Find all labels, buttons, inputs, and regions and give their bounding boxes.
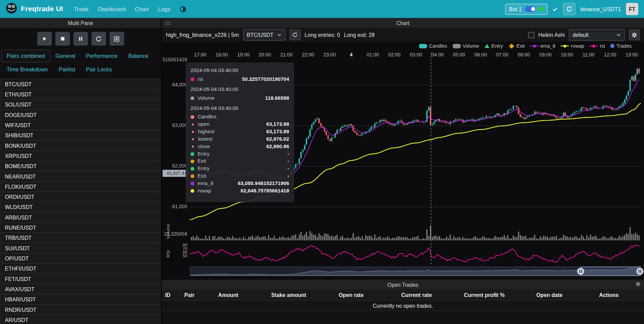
bot-toggle[interactable] (525, 6, 536, 12)
pair-row[interactable]: FLOKI/USDT (0, 181, 160, 192)
pair-row[interactable]: BONK/USDT (0, 140, 160, 151)
pair-row[interactable]: ETHFI/USDT (0, 263, 160, 274)
pair-row[interactable]: NEAR/USDT (0, 171, 160, 182)
nav-trade[interactable]: Trade (74, 6, 89, 12)
pair-row[interactable]: ARB/USDT (0, 212, 160, 223)
chevron-down-icon (277, 32, 282, 38)
pair-row[interactable]: BOME/USDT (0, 161, 160, 171)
pair-row[interactable]: WLD/USDT (0, 202, 160, 213)
bot-selector[interactable]: Bot 1 (505, 3, 547, 15)
tab-pairlist[interactable]: Pairlist (53, 63, 81, 76)
nav-chart[interactable]: Chart (135, 6, 149, 12)
pair-row[interactable]: SOL/USDT (0, 99, 160, 110)
open-trades-filler (162, 311, 644, 324)
pair-row[interactable]: AVAX/USDT (0, 284, 160, 295)
pair-select-value: BTC/USDT (247, 32, 274, 38)
pair-row[interactable]: RNDR/USDT (0, 304, 160, 315)
col-open-date: Open date (533, 292, 596, 298)
pair-row[interactable]: FET/USDT (0, 274, 160, 284)
open-trades-header: Open Trades (162, 280, 644, 290)
col-id: ID (162, 292, 181, 298)
legend-exit[interactable]: Exit (508, 43, 525, 49)
legend-rvwap[interactable]: rvwap (561, 43, 584, 49)
nav-dashboard[interactable]: Dashboard (98, 6, 126, 12)
theme-toggle-icon[interactable] (179, 5, 187, 13)
force-exit-all-button[interactable] (109, 32, 124, 46)
tab-performance[interactable]: Performance (81, 50, 123, 63)
col-stake-amount: Stake amount (268, 292, 335, 298)
multi-pane-header: Multi Pane (0, 18, 161, 28)
sidebar-tabs: Pairs combined General Performance Balan… (0, 49, 161, 77)
drag-grip-icon[interactable] (165, 20, 171, 26)
freqtrade-logo-icon (6, 2, 17, 16)
heikin-ashi-checkbox[interactable] (528, 32, 534, 38)
chart-pane-title: Chart (396, 20, 410, 26)
pair-row[interactable]: BTC/USDT (0, 79, 160, 90)
legend-rsi[interactable]: rsi (589, 43, 605, 49)
tab-pair-locks[interactable]: Pair Locks (81, 63, 117, 76)
pause-bot-button[interactable] (73, 32, 88, 46)
navbar: Freqtrade UI Trade Dashboard Chart Logs … (0, 0, 644, 18)
start-bot-button[interactable] (37, 32, 51, 46)
chevron-down-icon (616, 32, 621, 38)
heikin-ashi-label: Heikin Ashi (538, 32, 565, 38)
user-avatar[interactable]: FT (626, 3, 638, 15)
col-open-rate: Open rate (336, 292, 398, 298)
legend-volume[interactable]: Volume (452, 43, 479, 49)
chart-legend: Candles Volume Entry Exit ema_8 rvwap rs… (419, 43, 632, 49)
pair-row[interactable]: DOGE/USDT (0, 110, 160, 120)
multi-pane: Multi Pane Pairs co (0, 18, 161, 324)
pair-row[interactable]: SHIB/USDT (0, 130, 160, 141)
chart-region: Candles Volume Entry Exit ema_8 rvwap rs… (162, 42, 644, 280)
plot-settings-gear-button[interactable] (629, 29, 640, 40)
pair-row[interactable]: OP/USDT (0, 253, 160, 264)
tab-time-breakdown[interactable]: Time Breakdown (1, 63, 53, 76)
check-icon (552, 6, 558, 12)
tab-general[interactable]: General (50, 50, 81, 63)
entry-triangle-icon (485, 44, 490, 48)
pair-row[interactable]: ORDI/USDT (0, 191, 160, 202)
tab-balance[interactable]: Balance (123, 50, 154, 63)
legend-entry[interactable]: Entry (485, 43, 503, 49)
legend-candles[interactable]: Candles (419, 43, 447, 49)
rsi-line-icon (589, 44, 598, 48)
col-amount: Amount (215, 292, 268, 298)
pair-row[interactable]: WIF/USDT (0, 120, 160, 131)
pair-row[interactable]: XRP/USDT (0, 151, 160, 161)
main-nav: Trade Dashboard Chart Logs (74, 5, 187, 13)
tab-pairs-combined[interactable]: Pairs combined (1, 50, 50, 63)
plot-config-value: default (573, 32, 588, 38)
chart-toolbar: high_frog_binance_v226 | 5m BTC/USDT Lon… (162, 28, 644, 42)
pair-row[interactable]: ETH/USDT (0, 89, 160, 100)
strategy-label: high_frog_binance_v226 | 5m (166, 32, 239, 38)
candles-marker-icon (419, 44, 427, 48)
bot-controls (0, 28, 161, 49)
pair-row[interactable]: RUNE/USDT (0, 222, 160, 233)
brand-title: Freqtrade UI (21, 5, 63, 13)
legend-ema8[interactable]: ema_8 (530, 43, 556, 49)
legend-trades[interactable]: Trades (610, 43, 632, 49)
pair-row[interactable]: TRB/USDT (0, 233, 160, 244)
plot-config-select[interactable]: default (569, 29, 625, 41)
multi-pane-title: Multi Pane (68, 20, 93, 26)
trades-circle-icon (610, 44, 615, 48)
bot-online-dot (539, 7, 543, 11)
long-exit-label: Long exit: 28 (344, 32, 374, 38)
nav-logs[interactable]: Logs (158, 6, 170, 12)
long-entries-label: Long entries: 0 (305, 32, 340, 38)
reload-bot-button[interactable] (563, 3, 575, 15)
col-actions: Actions (596, 292, 644, 298)
open-trades-settings-gear-icon[interactable] (636, 281, 641, 288)
pair-row[interactable]: SUI/USDT (0, 243, 160, 254)
pair-select[interactable]: BTC/USDT (243, 29, 285, 41)
reload-config-button[interactable] (91, 32, 106, 46)
open-trades-empty-row: Currently no open trades. (162, 301, 644, 311)
refresh-chart-button[interactable] (289, 29, 301, 40)
rvwap-line-icon (561, 44, 569, 48)
price-chart-canvas[interactable] (162, 42, 644, 280)
chart-pane-header: Chart (162, 18, 644, 28)
stop-bot-button[interactable] (55, 32, 69, 46)
pair-row[interactable]: AR/USDT (0, 315, 160, 324)
exchange-label: binance_USDT1 (580, 6, 621, 12)
pair-row[interactable]: HBAR/USDT (0, 294, 160, 305)
